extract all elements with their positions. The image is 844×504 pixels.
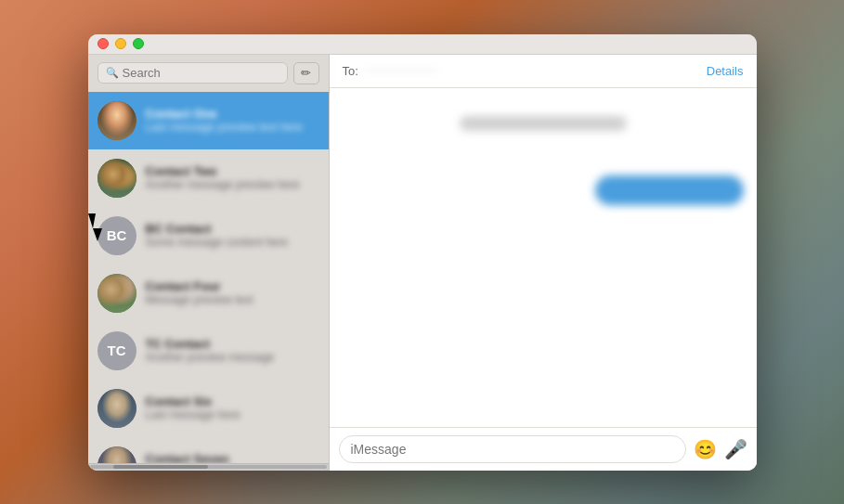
contact-name: BC Contact — [146, 222, 319, 236]
scrollbar-track — [90, 465, 327, 469]
scrollbar[interactable] — [88, 463, 329, 471]
sidebar: 🔍 ✏ Contact One Last message preview tex… — [88, 55, 330, 471]
avatar — [97, 274, 136, 313]
conversation-info: Contact One Last message preview text he… — [146, 107, 319, 134]
message-sent-bubble — [595, 175, 744, 205]
conversation-panel: To: Details 😊 🎤 — [330, 55, 757, 471]
avatar — [97, 159, 136, 198]
conversation-info: Contact Seven Some preview text — [146, 452, 319, 463]
avatar — [97, 389, 136, 428]
message-preview: Last message here — [146, 408, 319, 421]
avatar — [97, 101, 136, 140]
to-label: To: — [343, 64, 358, 78]
search-bar: 🔍 ✏ — [88, 55, 329, 92]
conversation-info: TC Contact Another preview message — [146, 337, 319, 364]
microphone-button[interactable]: 🎤 — [724, 438, 747, 460]
search-icon: 🔍 — [106, 67, 119, 79]
conversation-item[interactable]: BC BC Contact Some message content here — [88, 207, 329, 265]
close-button[interactable] — [97, 38, 109, 49]
conversation-info: Contact Four Message preview text — [146, 279, 319, 306]
message-preview: Message preview text — [146, 293, 319, 306]
minimize-button[interactable] — [115, 38, 126, 49]
message-preview: Some message content here — [146, 236, 319, 249]
conversation-header: To: Details — [330, 55, 757, 88]
conversation-item[interactable]: Contact Seven Some preview text — [88, 437, 329, 463]
maximize-button[interactable] — [133, 38, 144, 49]
message-preview: Another message preview here — [146, 178, 319, 191]
compose-button[interactable]: ✏ — [293, 62, 319, 84]
conversations-list[interactable]: Contact One Last message preview text he… — [88, 92, 329, 463]
input-area: 😊 🎤 — [330, 427, 757, 471]
message-received-blurred — [460, 116, 627, 131]
search-input-wrapper[interactable]: 🔍 — [97, 62, 288, 84]
conversation-item[interactable]: Contact Two Another message preview here — [88, 149, 329, 207]
contact-name: Contact One — [146, 107, 319, 121]
contact-name: Contact Two — [146, 164, 319, 178]
message-preview: Another preview message — [146, 351, 319, 364]
message-input[interactable] — [339, 435, 686, 463]
contact-name: Contact Four — [146, 279, 319, 293]
details-button[interactable]: Details — [707, 64, 744, 78]
contact-name: TC Contact — [146, 337, 319, 351]
conversation-info: Contact Two Another message preview here — [146, 164, 319, 191]
avatar: BC — [97, 216, 136, 255]
scrollbar-thumb[interactable] — [113, 465, 208, 469]
main-content: 🔍 ✏ Contact One Last message preview tex… — [88, 55, 757, 471]
messages-window: 🔍 ✏ Contact One Last message preview tex… — [88, 34, 757, 471]
conversation-item[interactable]: Contact One Last message preview text he… — [88, 92, 329, 149]
avatar — [97, 446, 136, 463]
compose-icon: ✏ — [301, 66, 311, 80]
recipient-value — [364, 70, 438, 71]
message-preview: Last message preview text here — [146, 121, 319, 134]
conversation-info: Contact Six Last message here — [146, 394, 319, 421]
avatar: TC — [97, 331, 136, 370]
titlebar — [88, 34, 757, 55]
conversation-item[interactable]: Contact Four Message preview text — [88, 265, 329, 322]
search-input[interactable] — [123, 66, 279, 80]
emoji-button[interactable]: 😊 — [694, 438, 717, 460]
conversation-info: BC Contact Some message content here — [146, 222, 319, 249]
contact-name: Contact Seven — [146, 452, 319, 463]
contact-name: Contact Six — [146, 394, 319, 408]
to-field: To: — [343, 64, 438, 78]
messages-area — [330, 88, 757, 427]
conversation-item[interactable]: TC TC Contact Another preview message — [88, 322, 329, 380]
conversation-item[interactable]: Contact Six Last message here — [88, 380, 329, 437]
